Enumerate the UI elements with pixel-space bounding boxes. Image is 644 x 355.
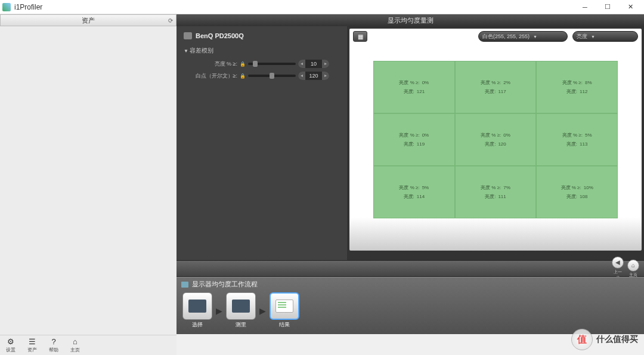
home-button[interactable]: ⌂ bbox=[627, 260, 639, 271]
grid-cell[interactable]: 亮度 % ≥:8%亮度:112 bbox=[536, 61, 618, 113]
cell-delta: 亮度 % ≥:0% bbox=[399, 132, 429, 138]
mode-dropdown-label: 亮度 bbox=[577, 33, 587, 41]
brightness-label: 亮度 % ≥: bbox=[184, 60, 237, 68]
cell-brightness: 亮度:113 bbox=[566, 141, 588, 147]
cell-brightness: 亮度:111 bbox=[485, 193, 506, 200]
brightness-slider[interactable] bbox=[248, 63, 296, 65]
mode-dropdown[interactable]: 亮度 ▼ bbox=[572, 31, 638, 42]
brightness-value: 10 bbox=[305, 61, 322, 67]
step-result-label: 结果 bbox=[279, 321, 290, 329]
step-measure-icon[interactable] bbox=[226, 292, 256, 320]
color-dropdown-label: 白色(255, 255, 255) bbox=[482, 33, 530, 41]
cell-delta: 亮度 % ≥:2% bbox=[481, 79, 510, 86]
preview-panel: ▦ 白色(255, 255, 255) ▼ 亮度 ▼ 亮度 % ≥:0%亮度:1… bbox=[347, 26, 644, 260]
workflow-icon bbox=[181, 282, 188, 288]
section-tolerance[interactable]: 容差模别 bbox=[184, 47, 340, 55]
whitepoint-label: 白点（开尔文）≥: bbox=[184, 72, 237, 80]
toolbar-assets[interactable]: ☰资产 bbox=[27, 337, 37, 353]
cell-brightness: 亮度:117 bbox=[485, 88, 506, 95]
cell-brightness: 亮度:120 bbox=[485, 141, 506, 147]
toolbar-settings[interactable]: ⚙设置 bbox=[6, 337, 16, 353]
uniformity-grid: 亮度 % ≥:0%亮度:121亮度 % ≥:2%亮度:117亮度 % ≥:8%亮… bbox=[373, 61, 618, 218]
minimize-button[interactable]: ─ bbox=[574, 1, 596, 14]
step-measure-label: 测里 bbox=[236, 321, 246, 329]
whitepoint-dec[interactable]: ◂ bbox=[298, 72, 305, 80]
grid-cell[interactable]: 亮度 % ≥:5%亮度:114 bbox=[373, 166, 455, 218]
cell-delta: 亮度 % ≥:10% bbox=[561, 184, 593, 191]
prev-button[interactable]: ◀ bbox=[612, 257, 624, 268]
cell-delta: 亮度 % ≥:7% bbox=[481, 184, 510, 191]
cell-delta: 亮度 % ≥:5% bbox=[562, 132, 592, 138]
cell-brightness: 亮度:119 bbox=[404, 141, 425, 147]
window-title: i1Profiler bbox=[14, 3, 574, 11]
main-panel: 显示均匀度量测 BenQ PD2500Q 容差模别 亮度 % ≥: 🔒 ◂ 10… bbox=[177, 14, 644, 334]
app-icon bbox=[2, 3, 11, 11]
toolbar-help[interactable]: ?帮助 bbox=[49, 337, 58, 353]
watermark-text: 什么值得买 bbox=[596, 334, 638, 345]
watermark-icon: 值 bbox=[571, 329, 593, 350]
lock-icon: 🔒 bbox=[240, 73, 246, 79]
sidebar: 资产 ⟳ bbox=[0, 14, 177, 334]
monitor-icon bbox=[184, 32, 192, 39]
workflow-title: 显示器均匀度工作流程 bbox=[192, 280, 258, 289]
cell-brightness: 亮度:114 bbox=[404, 193, 425, 200]
grid-cell[interactable]: 亮度 % ≥:2%亮度:117 bbox=[455, 61, 537, 113]
step-select-icon[interactable] bbox=[182, 292, 212, 320]
grid-cell[interactable]: 亮度 % ≥:0%亮度:119 bbox=[373, 113, 455, 166]
whitepoint-inc[interactable]: ▸ bbox=[322, 72, 329, 80]
cell-delta: 亮度 % ≥:5% bbox=[399, 184, 429, 191]
step-result-icon[interactable] bbox=[270, 292, 299, 320]
preview-frame: ▦ 白色(255, 255, 255) ▼ 亮度 ▼ 亮度 % ≥:0%亮度:1… bbox=[349, 29, 642, 251]
grid-cell[interactable]: 亮度 % ≥:7%亮度:111 bbox=[455, 166, 537, 218]
monitor-name: BenQ PD2500Q bbox=[196, 32, 244, 39]
whitepoint-value: 120 bbox=[305, 73, 322, 79]
home-icon: ⌂ bbox=[73, 337, 78, 346]
list-icon: ☰ bbox=[29, 337, 36, 346]
maximize-button[interactable]: ☐ bbox=[596, 1, 619, 14]
cell-delta: 亮度 % ≥:8% bbox=[562, 79, 592, 86]
brightness-slider-row: 亮度 % ≥: 🔒 ◂ 10 ▸ bbox=[184, 60, 340, 68]
whitepoint-slider[interactable] bbox=[248, 75, 296, 77]
grid-cell[interactable]: 亮度 % ≥:0%亮度:120 bbox=[455, 113, 537, 166]
sidebar-title: 资产 bbox=[82, 16, 95, 25]
nav-bar: ◀ 上一步 ⌂ 主页 bbox=[177, 260, 644, 277]
sidebar-header[interactable]: 资产 ⟳ bbox=[0, 14, 177, 26]
brightness-inc[interactable]: ▸ bbox=[322, 60, 329, 68]
color-dropdown[interactable]: 白色(255, 255, 255) ▼ bbox=[478, 31, 568, 42]
main-title: 显示均匀度量测 bbox=[177, 14, 644, 26]
chevron-down-icon: ▼ bbox=[591, 35, 595, 39]
brightness-dec[interactable]: ◂ bbox=[298, 60, 305, 68]
chevron-right-icon: ▶ bbox=[216, 306, 222, 316]
step-select-label: 选择 bbox=[192, 321, 203, 329]
toolbar-home[interactable]: ⌂主页 bbox=[70, 337, 80, 353]
settings-icon: ⚙ bbox=[7, 337, 14, 346]
settings-panel: BenQ PD2500Q 容差模别 亮度 % ≥: 🔒 ◂ 10 ▸ 白点（开尔… bbox=[177, 26, 347, 260]
grid-cell[interactable]: 亮度 % ≥:0%亮度:121 bbox=[373, 61, 455, 113]
whitepoint-slider-row: 白点（开尔文）≥: 🔒 ◂ 120 ▸ bbox=[184, 72, 340, 80]
refresh-icon[interactable]: ⟳ bbox=[168, 17, 173, 24]
grid-cell[interactable]: 亮度 % ≥:5%亮度:113 bbox=[536, 113, 618, 166]
close-button[interactable]: ✕ bbox=[619, 1, 642, 14]
help-icon: ? bbox=[51, 337, 55, 346]
workflow-panel: 显示器均匀度工作流程 选择 ▶ 测里 ▶ 结果 bbox=[177, 277, 644, 334]
grid-view-button[interactable]: ▦ bbox=[353, 31, 367, 42]
preview-toolbar: ▦ 白色(255, 255, 255) ▼ 亮度 ▼ bbox=[349, 29, 642, 44]
chevron-right-icon: ▶ bbox=[259, 306, 266, 316]
chevron-down-icon: ▼ bbox=[533, 35, 537, 39]
cell-brightness: 亮度:108 bbox=[566, 193, 588, 200]
cell-delta: 亮度 % ≥:0% bbox=[399, 79, 429, 86]
bottom-toolbar: ⚙设置 ☰资产 ?帮助 ⌂主页 bbox=[0, 335, 177, 355]
cell-brightness: 亮度:121 bbox=[404, 88, 425, 95]
watermark: 值 什么值得买 bbox=[571, 329, 638, 350]
cell-brightness: 亮度:112 bbox=[566, 88, 588, 95]
cell-delta: 亮度 % ≥:0% bbox=[481, 132, 510, 138]
lock-icon: 🔒 bbox=[240, 61, 246, 67]
grid-cell[interactable]: 亮度 % ≥:10%亮度:108 bbox=[536, 166, 618, 218]
titlebar: i1Profiler ─ ☐ ✕ bbox=[0, 0, 644, 14]
